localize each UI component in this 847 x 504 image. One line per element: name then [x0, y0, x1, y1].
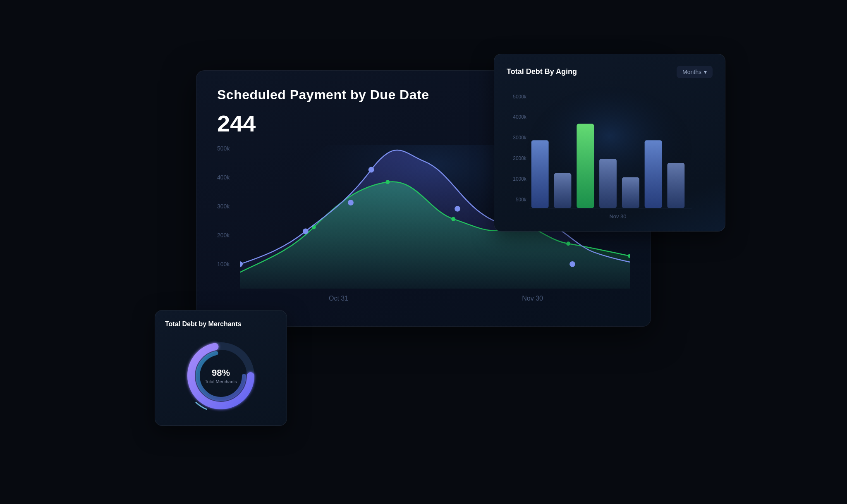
bar-y-4000k: 4000k	[513, 114, 526, 120]
donut-center: 98% Total Merchants	[205, 368, 237, 384]
x-axis-labels: Oct 31 Nov 30	[242, 295, 630, 302]
blue-dot-3	[369, 167, 374, 172]
blue-dot-2	[348, 200, 353, 205]
bar-y-5000k: 5000k	[513, 93, 526, 99]
bar-6	[645, 140, 662, 208]
chevron-down-icon-bar: ▾	[704, 69, 707, 75]
bar-card-title: Total Debt By Aging	[507, 67, 577, 76]
blue-dot-0	[240, 261, 242, 266]
bar-y-3000k: 3000k	[513, 135, 526, 141]
donut-sublabel: Total Merchants	[205, 379, 237, 384]
y-axis-labels: 500k 400k 300k 200k 100k	[217, 145, 230, 302]
months-dropdown-bar[interactable]: Months ▾	[677, 66, 713, 78]
bar-y-500k: 500k	[516, 196, 526, 202]
bar-3	[577, 124, 594, 208]
donut-chart-wrapper: 98% Total Merchants	[165, 334, 277, 417]
bar-7	[667, 162, 684, 208]
y-label-100k: 100k	[217, 261, 230, 268]
bar-y-1000k: 1000k	[513, 176, 526, 182]
bar-x-nov30: Nov 30	[609, 213, 626, 220]
green-dot-3	[451, 217, 455, 221]
donut-chart: 98% Total Merchants	[184, 339, 258, 413]
green-dot-2	[385, 180, 390, 184]
main-card-title: Scheduled Payment by Due Date	[217, 87, 429, 103]
donut-percentage: 98%	[205, 368, 237, 378]
y-label-400k: 400k	[217, 174, 230, 181]
bar-y-2000k: 2000k	[513, 155, 526, 161]
bar-chart-container: 5000k 4000k 3000k 2000k 1000k 500k	[507, 86, 713, 227]
blue-dot-4	[455, 206, 460, 211]
bar-chart-svg: 5000k 4000k 3000k 2000k 1000k 500k	[507, 86, 713, 227]
blue-dot-7	[570, 261, 575, 266]
bar-4	[599, 158, 617, 208]
y-label-200k: 200k	[217, 232, 230, 239]
y-label-500k: 500k	[217, 145, 230, 152]
y-label-300k: 300k	[217, 203, 230, 210]
donut-card-title: Total Debt by Merchants	[165, 320, 277, 328]
months-label-bar: Months	[682, 69, 701, 75]
big-number: 244	[217, 110, 256, 137]
bar-2	[554, 173, 572, 208]
x-label-oct: Oct 31	[329, 295, 348, 302]
bar-1	[531, 140, 549, 208]
blue-dot-1	[303, 229, 308, 234]
bar-card-header: Total Debt By Aging Months ▾	[507, 66, 713, 78]
bar-card: Total Debt By Aging Months ▾	[494, 54, 725, 232]
donut-card: Total Debt by Merchants	[155, 310, 287, 426]
bar-5	[622, 177, 639, 208]
x-label-nov: Nov 30	[522, 295, 543, 302]
green-dot-5	[566, 241, 570, 246]
